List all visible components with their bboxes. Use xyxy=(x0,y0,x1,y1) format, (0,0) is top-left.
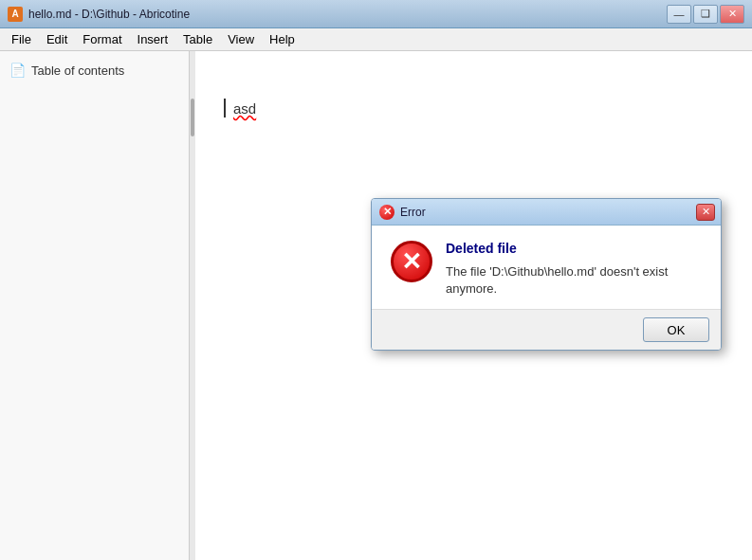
title-bar-left: A hello.md - D:\Github - Abricotine xyxy=(8,7,190,22)
menu-insert[interactable]: Insert xyxy=(130,29,176,50)
dialog-heading: Deleted file xyxy=(446,241,702,256)
dialog-title-text: Error xyxy=(400,206,426,219)
ok-button[interactable]: OK xyxy=(643,317,709,342)
editor-area[interactable]: asd ✕ Error ✕ ✕ xyxy=(195,51,752,560)
menu-view[interactable]: View xyxy=(220,29,262,50)
dialog-close-button[interactable]: ✕ xyxy=(696,204,715,221)
main-layout: 📄 Table of contents asd ✕ Error xyxy=(0,51,752,560)
dialog-title-left: ✕ Error xyxy=(379,205,426,220)
sidebar-header: 📄 Table of contents xyxy=(0,59,189,81)
app-icon: A xyxy=(8,7,23,22)
dialog-backdrop: ✕ Error ✕ ✕ Deleted file The file 'D:\Gi… xyxy=(195,51,752,560)
minimize-button[interactable]: — xyxy=(667,5,691,24)
toc-label: Table of contents xyxy=(31,63,124,78)
error-dialog: ✕ Error ✕ ✕ Deleted file The file 'D:\Gi… xyxy=(371,198,722,351)
sidebar: 📄 Table of contents xyxy=(0,51,190,560)
dialog-description: The file 'D:\Github\hello.md' doesn't ex… xyxy=(446,263,702,298)
close-button[interactable]: ✕ xyxy=(720,5,744,24)
menu-file[interactable]: File xyxy=(4,29,39,50)
dialog-title-icon: ✕ xyxy=(379,205,394,220)
menu-bar: File Edit Format Insert Table View Help xyxy=(0,28,752,51)
dialog-body: ✕ Deleted file The file 'D:\Github\hello… xyxy=(372,226,721,309)
title-bar: A hello.md - D:\Github - Abricotine — ❑ … xyxy=(0,0,752,28)
dialog-titlebar: ✕ Error ✕ xyxy=(372,199,721,226)
maximize-button[interactable]: ❑ xyxy=(693,5,718,24)
error-icon-large: ✕ xyxy=(391,241,432,282)
menu-table[interactable]: Table xyxy=(175,29,220,50)
scrollbar-thumb xyxy=(191,99,194,136)
window-controls: — ❑ ✕ xyxy=(667,5,744,24)
menu-format[interactable]: Format xyxy=(75,29,129,50)
dialog-message-area: Deleted file The file 'D:\Github\hello.m… xyxy=(446,241,702,298)
menu-help[interactable]: Help xyxy=(262,29,303,50)
menu-edit[interactable]: Edit xyxy=(39,29,75,50)
window-title: hello.md - D:\Github - Abricotine xyxy=(28,8,190,21)
toc-icon: 📄 xyxy=(9,63,26,78)
dialog-footer: OK xyxy=(372,309,721,350)
